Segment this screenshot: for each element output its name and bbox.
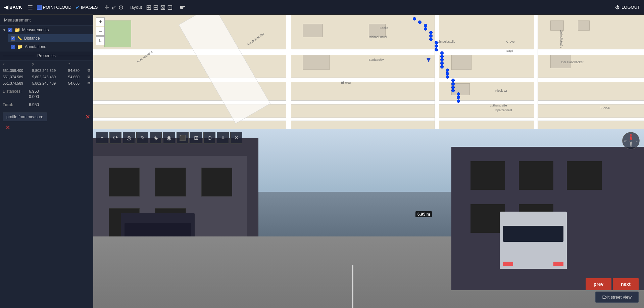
crosshair-icon[interactable]: ✛ — [104, 4, 109, 11]
arrow-icon[interactable]: ↙ — [111, 4, 116, 11]
distance-tree-item[interactable]: 📏 Distance — [8, 34, 93, 42]
window-r1 — [470, 161, 505, 190]
close-button-2[interactable]: ✕ — [3, 123, 13, 132]
track-dot-16 — [446, 69, 449, 72]
track-dot-6 — [429, 34, 433, 38]
pointcloud-toggle[interactable]: POINTCLOUD — [37, 5, 71, 10]
left-panel: Measurement ▼ 📁 Measurements 📏 Distance … — [0, 15, 93, 308]
profile-from-measure-button[interactable]: profile from measure — [3, 113, 47, 121]
window-1 — [109, 168, 140, 197]
layout-icon-2[interactable]: ⊟ — [153, 3, 159, 11]
track-dot-12 — [440, 55, 444, 58]
coord-y-1: 5,802,242.329 — [32, 69, 66, 73]
sv-rect-button[interactable]: ⬛ — [177, 132, 189, 144]
sv-circle2-button[interactable]: ◉ — [163, 132, 175, 144]
images-checkmark: ✔ — [76, 5, 80, 10]
sv-chart-button[interactable]: ⌗ — [217, 132, 229, 144]
track-dot-24 — [457, 96, 460, 99]
map-controls: + − L — [96, 17, 105, 45]
svg-text:S: S — [630, 145, 632, 148]
map-road-h4 — [93, 118, 644, 121]
zoom-in-button[interactable]: + — [96, 17, 105, 26]
sv-grid-button[interactable]: ⊞ — [190, 132, 202, 144]
map-building-7 — [578, 20, 590, 31]
copy-icon-3[interactable]: ⧉ — [88, 81, 90, 85]
window-3 — [201, 168, 232, 197]
compass: N S E W — [622, 132, 640, 150]
map-road-h1 — [93, 49, 644, 55]
coord-y-2: 5,802,245.489 — [32, 75, 66, 79]
map-road-v1 — [286, 15, 291, 129]
z-header: z — [68, 62, 85, 66]
tree-indent-distance: 📏 Distance — [0, 34, 93, 42]
zwinglistrasse-label: Zwinglistraße — [560, 30, 563, 48]
annotations-checkbox[interactable] — [11, 45, 15, 49]
map-road-h2 — [93, 78, 644, 82]
sv-scene: 6.95 m − ⟳ ◎ ✎ ◈ ◉ ⬛ ⊞ ⊙ ⌗ ✕ N S E W — [93, 129, 644, 308]
hamburger-menu[interactable]: ☰ — [28, 4, 33, 11]
map-building-3 — [303, 55, 330, 70]
close-profile-button[interactable]: ✕ — [85, 113, 90, 121]
grove-label: Grove — [506, 40, 515, 43]
map-building-1 — [303, 24, 323, 37]
map-road-h3 — [93, 100, 644, 104]
distances-row-2: 0.000 — [3, 94, 90, 99]
x-header: x — [3, 62, 30, 66]
track-dot-2 — [418, 20, 422, 24]
nav-buttons: prev next Exit street view — [586, 278, 639, 303]
annotations-tree-item[interactable]: 📁 Annotations — [8, 42, 93, 51]
exit-street-view-button[interactable]: Exit street view — [595, 292, 639, 303]
track-dot-13 — [440, 58, 444, 61]
track-dot-20 — [451, 82, 455, 86]
sv-minus-button[interactable]: − — [96, 132, 108, 144]
copy-icon-1[interactable]: ⧉ — [88, 68, 90, 73]
copy-icon-2[interactable]: ⧉ — [88, 75, 90, 79]
images-toggle[interactable]: ✔ IMAGES — [76, 5, 98, 10]
kiosk-label: Kiosk 22 — [495, 89, 507, 92]
sv-circle-button[interactable]: ◎ — [123, 132, 135, 144]
properties-label: Properties — [35, 53, 58, 58]
tree-indent-annotations: 📁 Annotations — [0, 42, 93, 51]
tree-collapse-icon[interactable]: ▼ — [3, 28, 6, 32]
cursor-icon[interactable]: ☛ — [180, 3, 186, 11]
sv-close-button[interactable]: ✕ — [230, 132, 242, 144]
orbit-icon[interactable]: ⊙ — [118, 4, 123, 11]
prev-button[interactable]: prev — [586, 278, 612, 290]
layout-icon-4[interactable]: ⊡ — [167, 3, 173, 11]
sv-pen-button[interactable]: ✎ — [136, 132, 148, 144]
measurements-label: Measurements — [22, 28, 49, 32]
sv-lasso-button[interactable]: ⟳ — [109, 132, 121, 144]
logout-label: LOGOUT — [622, 5, 640, 10]
compass-svg: N S E W — [622, 132, 640, 150]
power-icon: ⏻ — [615, 5, 620, 10]
track-dot-11 — [440, 51, 444, 55]
track-dot-22 — [451, 89, 455, 92]
zoom-out-button[interactable]: − — [96, 27, 105, 36]
sv-target-button[interactable]: ⊙ — [203, 132, 215, 144]
sv-toolbar: − ⟳ ◎ ✎ ◈ ◉ ⬛ ⊞ ⊙ ⌗ ✕ — [96, 132, 242, 144]
track-dot-10 — [435, 48, 438, 51]
coord-x-3: 551,374.589 — [3, 81, 30, 85]
distances-label: Distances: — [3, 89, 26, 94]
track-dot-23 — [457, 92, 460, 96]
map-area: Kortumstraße Am Bokemahle Billweg Zwingl… — [93, 15, 644, 129]
sv-poly-button[interactable]: ◈ — [150, 132, 162, 144]
stadtarchiv-label: Stadtarchiv — [369, 58, 384, 61]
billweg-label: Billweg — [341, 81, 351, 84]
spatzennest-label: Spatzennest — [495, 108, 512, 112]
back-button[interactable]: ◀ BACK — [4, 4, 22, 10]
map-green-area — [104, 20, 131, 47]
tree-root[interactable]: ▼ 📁 Measurements — [0, 26, 93, 34]
pointcloud-checkbox[interactable] — [37, 5, 42, 10]
layout-icon-1[interactable]: ⊞ — [146, 3, 152, 11]
distances-block: Distances: 6.950 0.000 — [0, 86, 93, 102]
distance-checkbox[interactable] — [11, 36, 15, 41]
distance-label: Distance — [24, 36, 40, 41]
measurements-checkbox[interactable] — [8, 28, 12, 32]
logout-button[interactable]: ⏻ LOGOUT — [615, 5, 640, 10]
measurement-label: 6.95 m — [415, 211, 432, 217]
zoom-level-button[interactable]: L — [96, 36, 105, 45]
car-left-windshield — [125, 223, 191, 238]
layout-icon-3[interactable]: ⊠ — [160, 3, 166, 11]
next-button[interactable]: next — [613, 278, 639, 290]
